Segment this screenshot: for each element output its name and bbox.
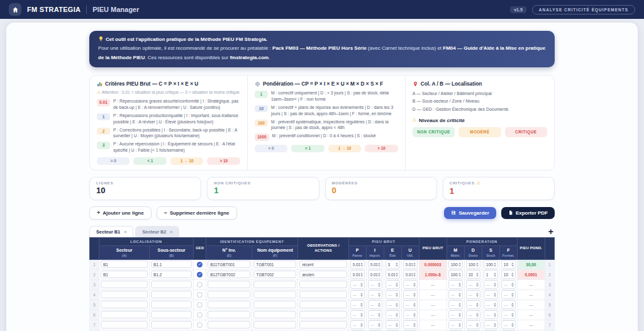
tab-secteur-b1[interactable]: Secteur B1× xyxy=(89,226,133,237)
stepper-arrows-icon[interactable] xyxy=(413,262,416,267)
i-importance-input[interactable]: — xyxy=(368,320,382,329)
stepper-arrows-icon[interactable] xyxy=(458,272,461,278)
m-maintenance-input[interactable]: 100 xyxy=(448,270,463,279)
p-panne-input[interactable]: 0.01 xyxy=(350,270,365,279)
s-stock-input[interactable]: — xyxy=(484,290,498,299)
secteur-input[interactable] xyxy=(101,261,148,268)
equipment-name-input[interactable] xyxy=(253,311,296,318)
stepper-arrows-icon[interactable] xyxy=(511,283,514,288)
observations-input[interactable] xyxy=(299,281,347,288)
secteur-input[interactable] xyxy=(101,311,148,318)
d-duree-input[interactable]: — xyxy=(466,320,480,329)
stepper-arrows-icon[interactable] xyxy=(458,303,461,308)
secteur-input[interactable] xyxy=(101,301,148,308)
stepper-arrows-icon[interactable] xyxy=(395,262,398,267)
save-button[interactable]: Sauvegarder xyxy=(444,207,496,219)
s-stock-input[interactable]: — xyxy=(484,280,498,289)
m-maintenance-input[interactable]: — xyxy=(448,300,463,309)
d-duree-input[interactable]: 10 xyxy=(466,270,480,279)
stepper-arrows-icon[interactable] xyxy=(360,323,363,328)
stepper-arrows-icon[interactable] xyxy=(511,303,514,308)
e-etat-input[interactable]: — xyxy=(386,320,400,329)
u-utilisation-input[interactable]: — xyxy=(403,290,418,299)
u-utilisation-input[interactable]: 0.01 xyxy=(403,260,418,269)
stepper-arrows-icon[interactable] xyxy=(458,323,461,328)
ged-checkbox[interactable]: ✓ xyxy=(197,262,203,267)
ged-checkbox[interactable] xyxy=(197,312,203,318)
stepper-arrows-icon[interactable] xyxy=(360,293,363,298)
observations-input[interactable] xyxy=(299,271,347,278)
sous-secteur-input[interactable] xyxy=(151,281,192,288)
stepper-arrows-icon[interactable] xyxy=(475,262,479,267)
stepper-arrows-icon[interactable] xyxy=(413,323,416,328)
f-formation-input[interactable]: — xyxy=(501,310,516,319)
stepper-arrows-icon[interactable] xyxy=(377,323,380,328)
stepper-arrows-icon[interactable] xyxy=(360,303,363,308)
observations-input[interactable] xyxy=(299,321,347,328)
stepper-arrows-icon[interactable] xyxy=(360,283,363,288)
p-panne-input[interactable]: — xyxy=(350,310,365,319)
i-importance-input[interactable]: 0.01 xyxy=(368,270,382,279)
d-duree-input[interactable]: — xyxy=(466,280,480,289)
equipment-name-input[interactable] xyxy=(253,301,296,308)
secteur-input[interactable] xyxy=(101,281,148,288)
observations-input[interactable] xyxy=(299,261,347,268)
stepper-arrows-icon[interactable] xyxy=(413,272,416,278)
tab-secteur-b2[interactable]: Secteur B2× xyxy=(135,226,179,237)
d-duree-input[interactable]: — xyxy=(466,290,480,299)
stepper-arrows-icon[interactable] xyxy=(395,303,398,308)
observations-input[interactable] xyxy=(299,291,347,298)
s-stock-input[interactable]: — xyxy=(484,320,498,329)
f-formation-input[interactable]: — xyxy=(501,300,516,309)
f-formation-input[interactable]: — xyxy=(501,280,516,289)
i-importance-input[interactable]: — xyxy=(368,310,382,319)
e-etat-input[interactable]: — xyxy=(386,300,400,309)
stepper-arrows-icon[interactable] xyxy=(413,313,416,318)
i-importance-input[interactable]: 0.01 xyxy=(368,260,382,269)
stepper-arrows-icon[interactable] xyxy=(395,293,398,298)
stepper-arrows-icon[interactable] xyxy=(511,262,514,267)
f-formation-input[interactable]: 10 xyxy=(501,260,516,269)
stepper-arrows-icon[interactable] xyxy=(395,323,398,328)
stepper-arrows-icon[interactable] xyxy=(413,293,416,298)
ged-checkbox[interactable] xyxy=(197,292,203,298)
stepper-arrows-icon[interactable] xyxy=(493,293,496,298)
stepper-arrows-icon[interactable] xyxy=(377,293,380,298)
inventory-number-input[interactable] xyxy=(208,311,250,318)
stepper-arrows-icon[interactable] xyxy=(475,323,479,328)
stepper-arrows-icon[interactable] xyxy=(458,283,461,288)
stepper-arrows-icon[interactable] xyxy=(377,262,380,267)
f-formation-input[interactable]: — xyxy=(501,290,516,299)
s-stock-input[interactable]: 1 xyxy=(484,270,498,279)
home-button[interactable] xyxy=(9,3,21,16)
m-maintenance-input[interactable]: 100 xyxy=(448,260,463,269)
stepper-arrows-icon[interactable] xyxy=(511,272,514,278)
u-utilisation-input[interactable]: — xyxy=(403,320,418,329)
stepper-arrows-icon[interactable] xyxy=(395,272,398,278)
u-utilisation-input[interactable]: — xyxy=(403,280,418,289)
inventory-number-input[interactable] xyxy=(208,261,250,268)
m-maintenance-input[interactable]: — xyxy=(448,310,463,319)
stepper-arrows-icon[interactable] xyxy=(360,272,363,278)
u-utilisation-input[interactable]: 0.01 xyxy=(403,270,418,279)
m-maintenance-input[interactable]: — xyxy=(448,320,463,329)
stepper-arrows-icon[interactable] xyxy=(377,283,380,288)
stepper-arrows-icon[interactable] xyxy=(475,313,479,318)
stepper-arrows-icon[interactable] xyxy=(511,323,514,328)
inventory-number-input[interactable] xyxy=(208,291,250,298)
i-importance-input[interactable]: — xyxy=(368,280,382,289)
remove-row-button[interactable]: −Supprimer dernière ligne xyxy=(157,206,237,220)
equipment-name-input[interactable] xyxy=(253,321,296,328)
stepper-arrows-icon[interactable] xyxy=(413,303,416,308)
p-panne-input[interactable]: — xyxy=(350,300,365,309)
ged-checkbox[interactable] xyxy=(197,282,203,288)
stepper-arrows-icon[interactable] xyxy=(360,262,363,267)
secteur-input[interactable] xyxy=(101,291,148,298)
stepper-arrows-icon[interactable] xyxy=(360,313,363,318)
u-utilisation-input[interactable]: — xyxy=(403,300,418,309)
i-importance-input[interactable]: — xyxy=(368,300,382,309)
s-stock-input[interactable]: — xyxy=(484,300,498,309)
stepper-arrows-icon[interactable] xyxy=(458,262,461,267)
p-panne-input[interactable]: — xyxy=(350,320,365,329)
stepper-arrows-icon[interactable] xyxy=(475,283,479,288)
